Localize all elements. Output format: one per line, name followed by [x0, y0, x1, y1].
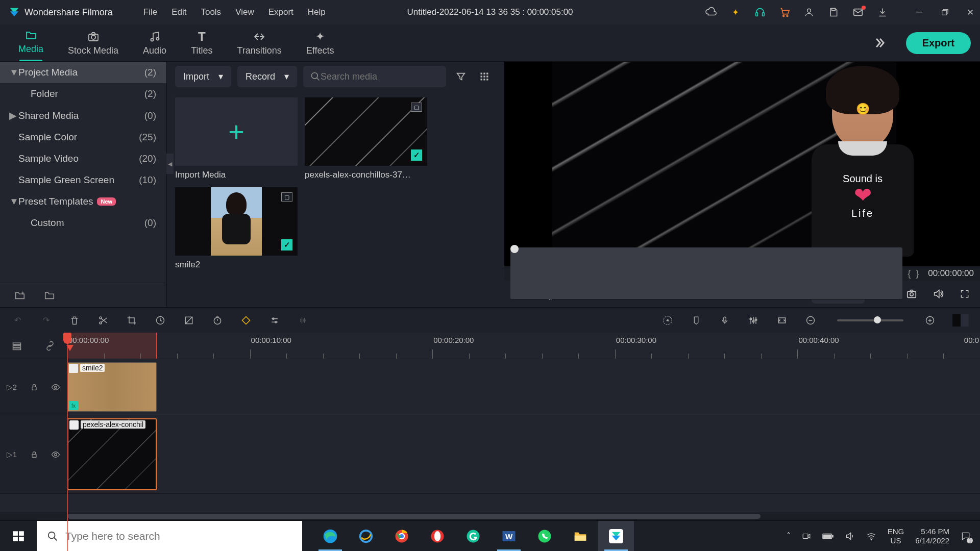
- tree-shared-media[interactable]: ▶Shared Media(0): [0, 105, 166, 127]
- tree-sample-video[interactable]: Sample Video(20): [0, 148, 166, 169]
- scrub-track[interactable]: [510, 247, 902, 299]
- new-folder-icon[interactable]: [14, 290, 26, 301]
- record-dropdown[interactable]: Record▾: [237, 66, 297, 87]
- maximize-icon[interactable]: [939, 7, 950, 18]
- crop-icon[interactable]: [126, 314, 138, 327]
- menu-file[interactable]: File: [143, 7, 157, 17]
- close-icon[interactable]: ✕: [965, 7, 976, 18]
- app-ie[interactable]: [348, 521, 384, 551]
- media-tile-import[interactable]: + Import Media: [175, 97, 298, 180]
- visibility-icon[interactable]: [51, 450, 60, 459]
- search-input[interactable]: [321, 71, 439, 82]
- tab-effects[interactable]: ✦ Effects: [294, 30, 347, 61]
- tree-sample-green[interactable]: Sample Green Screen(10): [0, 169, 166, 191]
- tab-audio[interactable]: Audio: [131, 30, 179, 61]
- app-grammarly[interactable]: [455, 521, 491, 551]
- app-whatsapp[interactable]: [527, 521, 562, 551]
- menu-help[interactable]: Help: [308, 7, 326, 17]
- timeline-clip[interactable]: ▢ smile2 fx: [67, 362, 157, 412]
- search-media[interactable]: [303, 66, 446, 87]
- link-icon[interactable]: [45, 341, 55, 351]
- tree-folder[interactable]: Folder(2): [0, 83, 166, 105]
- split-icon[interactable]: [97, 314, 109, 327]
- taskbar-search-input[interactable]: [65, 530, 292, 542]
- cloud-icon[interactable]: [705, 7, 717, 18]
- tray-chevron-icon[interactable]: ˄: [787, 531, 791, 541]
- account-icon[interactable]: [803, 7, 815, 18]
- lock-icon[interactable]: [30, 383, 38, 391]
- tab-transitions[interactable]: Transitions: [225, 30, 293, 61]
- track-lane[interactable]: ▢ smile2 fx: [67, 359, 980, 415]
- tab-titles[interactable]: T Titles: [179, 30, 225, 61]
- grid-view-icon[interactable]: [476, 68, 493, 85]
- tips-icon[interactable]: ✦: [730, 7, 741, 18]
- marker-icon[interactable]: [690, 314, 702, 327]
- keyframe-icon[interactable]: [240, 314, 252, 327]
- mail-icon[interactable]: [852, 7, 864, 18]
- tree-sample-color[interactable]: Sample Color(25): [0, 127, 166, 148]
- adjust-icon[interactable]: [268, 314, 281, 327]
- app-explorer[interactable]: [562, 521, 598, 551]
- lock-icon[interactable]: [30, 450, 38, 459]
- tray-language[interactable]: ENGUS: [888, 527, 904, 545]
- tab-stock-media[interactable]: Stock Media: [56, 30, 131, 61]
- minimize-icon[interactable]: ─: [914, 7, 925, 18]
- render-icon[interactable]: [662, 314, 674, 327]
- tray-wifi-icon[interactable]: [866, 531, 876, 541]
- timeline-ruler[interactable]: 00:00:00:0000:00:10:0000:00:20:0000:00:3…: [67, 333, 980, 359]
- taskbar-search[interactable]: [37, 521, 302, 551]
- tray-notifications-icon[interactable]: 1: [961, 531, 971, 541]
- app-edge[interactable]: [312, 521, 348, 551]
- folder-icon[interactable]: [44, 290, 55, 301]
- delete-icon[interactable]: [68, 314, 81, 327]
- menu-view[interactable]: View: [235, 7, 254, 17]
- headset-icon[interactable]: [754, 7, 766, 18]
- fullscreen-icon[interactable]: [959, 288, 971, 300]
- scrub-handle[interactable]: [510, 245, 519, 253]
- audio-wave-icon[interactable]: [297, 314, 309, 327]
- app-opera[interactable]: [420, 521, 455, 551]
- tray-battery-icon[interactable]: [822, 533, 834, 540]
- download-icon[interactable]: [877, 7, 888, 18]
- tree-project-media[interactable]: ▼Project Media(2): [0, 62, 166, 83]
- mixer-icon[interactable]: [747, 314, 760, 327]
- tray-clock[interactable]: 5:46 PM6/14/2022: [915, 527, 949, 545]
- zoom-out-icon[interactable]: [804, 314, 817, 327]
- menu-tools[interactable]: Tools: [201, 7, 221, 17]
- save-icon[interactable]: [828, 7, 839, 18]
- track-lane[interactable]: ▢ pexels-alex-conchil: [67, 415, 980, 493]
- duration-icon[interactable]: [211, 314, 224, 327]
- track-menu-icon[interactable]: [12, 341, 22, 351]
- more-tabs-button[interactable]: [857, 24, 902, 61]
- speed-icon[interactable]: [154, 314, 166, 327]
- filter-icon[interactable]: [452, 68, 470, 85]
- preview-scrub[interactable]: { } 00:00:00:00: [504, 266, 980, 281]
- app-chrome[interactable]: [384, 521, 420, 551]
- zoom-slider[interactable]: [837, 319, 903, 321]
- tray-meet-icon[interactable]: [802, 532, 811, 541]
- tree-preset-templates[interactable]: ▼Preset TemplatesNew: [0, 191, 166, 212]
- voiceover-icon[interactable]: [719, 314, 731, 327]
- menu-export[interactable]: Export: [268, 7, 293, 17]
- collapse-sidebar-button[interactable]: ◀: [166, 154, 174, 174]
- app-filmora[interactable]: [598, 521, 634, 551]
- snapshot-icon[interactable]: [905, 288, 918, 300]
- redo-icon[interactable]: ↷: [40, 314, 52, 327]
- mark-out-button[interactable]: }: [916, 268, 919, 279]
- mark-in-button[interactable]: {: [908, 268, 911, 279]
- menu-edit[interactable]: Edit: [172, 7, 186, 17]
- view-toggle[interactable]: [952, 314, 969, 327]
- undo-icon[interactable]: ↶: [11, 314, 23, 327]
- cart-icon[interactable]: [779, 7, 790, 18]
- visibility-icon[interactable]: [51, 383, 60, 392]
- volume-icon[interactable]: [932, 288, 944, 300]
- zoom-handle[interactable]: [874, 316, 881, 323]
- fit-icon[interactable]: [776, 314, 788, 327]
- start-button[interactable]: [0, 521, 37, 551]
- timeline-clip[interactable]: ▢ pexels-alex-conchil: [67, 418, 157, 490]
- tree-custom[interactable]: Custom(0): [0, 212, 166, 234]
- tray-sound-icon[interactable]: [845, 531, 855, 541]
- timeline-scrollbar[interactable]: [0, 512, 980, 520]
- preview-viewport[interactable]: 😊 Sound is ❤ Life: [504, 62, 980, 266]
- color-icon[interactable]: [183, 314, 195, 327]
